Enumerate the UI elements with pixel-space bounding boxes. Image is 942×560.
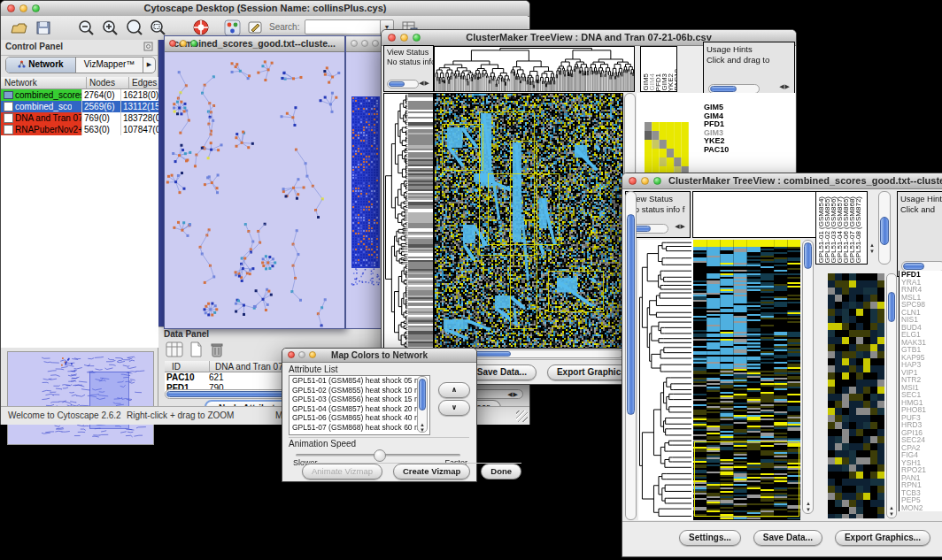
column-dendrogram-panel[interactable] [434,46,635,92]
network-table-row[interactable]: combined_sco 2569(6) 13112(15) [1,101,158,112]
similarity-matrix[interactable] [645,122,689,175]
close-button[interactable] [288,351,295,358]
close-button[interactable] [169,40,176,47]
open-session-icon[interactable] [10,19,28,37]
minimize-button[interactable] [19,4,27,12]
search-input[interactable] [305,19,382,35]
row-dendrogram-vscrollbar[interactable] [625,191,637,520]
main-window-title: Cytoscape Desktop (Session Name: collins… [144,3,387,13]
row-dendrogram-panel[interactable] [383,93,434,349]
treeview-combined-window: ClusterMaker TreeView : combined_scores_… [622,173,942,557]
animation-speed-group: Animation Speed Slower Faster [289,437,469,464]
minimize-button[interactable] [298,351,305,358]
treeview-combined-titlebar[interactable]: ClusterMaker TreeView : combined_scores_… [622,173,942,189]
zoom-fit-icon[interactable] [149,19,167,37]
close-button[interactable] [7,4,15,12]
float-panel-icon[interactable] [143,42,153,53]
gene-list: GIM5GIM4PFD1GIM3YKE2PAC10 [704,104,757,165]
row-dendrogram-panel[interactable] [638,240,694,520]
close-button[interactable] [629,177,637,185]
treeview-button[interactable]: Settings... [679,530,741,546]
zoom-out-icon[interactable] [77,19,96,37]
zoom-in-icon[interactable] [101,19,120,37]
attribute-list-item[interactable]: GPL51-06 (GSM865) heat shock 40 min [290,413,429,423]
zoom-button[interactable] [32,4,40,12]
gene-label[interactable]: MON2 [901,504,942,512]
network-canvas[interactable] [165,52,343,327]
save-session-icon[interactable] [35,19,53,37]
view-status-title: View Status [387,48,433,58]
column-dendrogram-panel[interactable] [692,191,817,238]
control-panel-tabs: Network VizMapper™ ▶ [5,57,156,73]
animation-speed-slider[interactable] [296,454,460,456]
dialog-button[interactable]: Done [481,464,521,479]
status-welcome: Welcome to Cytoscape 2.6.2 [8,410,121,420]
column-scroll-arrows[interactable]: ▲▼ [869,242,875,255]
main-window-resize-grip[interactable] [516,410,528,422]
delete-attribute-icon[interactable] [208,341,226,361]
minimize-button[interactable] [180,40,187,47]
attribute-list-item[interactable]: GPL51-02 (GSM855) heat shock 10 min [290,386,429,395]
attribute-list-item[interactable]: GPL51-04 (GSM857) heat shock 20 min [290,404,429,414]
slider-thumb[interactable] [374,449,386,462]
close-button[interactable] [388,34,396,42]
treeview-button[interactable]: Save Data... [467,364,537,380]
new-attribute-icon[interactable] [187,341,205,361]
zoom-button[interactable] [413,34,421,42]
network-view-2-titlebar[interactable] [346,36,385,52]
heatmap-vscrollbar[interactable]: ▲▼ [802,240,814,514]
treeview-combined-buttonbar: Settings...Save Data...Export Graphics..… [622,521,942,556]
birdseye-view[interactable] [7,351,154,445]
network-table-header: Network Nodes Edges [1,77,158,89]
minimize-button[interactable] [361,40,368,47]
tab-network[interactable]: Network [6,58,76,73]
attribute-list-item[interactable]: GPL51-07 (GSM868) heat shock 60 min [290,423,429,433]
map-colors-title: Map Colors to Network [331,350,428,360]
move-down-button[interactable]: ∨ [438,400,470,416]
select-attributes-icon[interactable] [166,341,183,361]
zoom-button[interactable] [309,351,316,358]
network-table: combined_scores 2764(0) 16218(0) combine… [1,89,158,348]
zoom-selected-icon[interactable] [125,19,143,37]
treeview-combined-title: ClusterMaker TreeView : combined_scores_… [668,175,942,186]
treeview-button[interactable]: Save Data... [753,530,822,546]
zoom-heatmap-vscrollbar[interactable]: ▲▼ [886,273,897,518]
dialog-button[interactable]: Create Vizmap [393,464,470,479]
network-table-row[interactable]: DNA and Tran 07 769(0) 183728(0) [1,112,158,124]
zoom-heatmap-panel[interactable] [828,273,884,518]
map-colors-titlebar[interactable]: Map Colors to Network [282,349,476,363]
close-button[interactable] [351,40,358,47]
heatmap-panel[interactable] [693,240,800,520]
network-view-title: combined_scores_good.txt--cluste... [174,38,336,49]
main-title-bar[interactable]: Cytoscape Desktop (Session Name: collins… [1,1,529,17]
zoom-button[interactable] [653,177,661,185]
treeview-button[interactable]: Export Graphics... [835,530,930,546]
zoom-button[interactable] [372,40,379,47]
view-status-text: No status info f [629,204,690,215]
heatmap-panel[interactable] [434,93,623,349]
gene-label[interactable]: PAC10 [704,146,757,155]
network-table-row[interactable]: combined_scores 2764(0) 16218(0) [1,89,158,101]
move-up-button[interactable]: ∧ [438,382,470,398]
tab-more-button[interactable]: ▶ [143,58,155,73]
control-panel: Control Panel Network VizMapper™ ▶ Netwo… [1,40,158,406]
treeview-dna-title: ClusterMaker TreeView : DNA and Tran 07-… [466,32,712,42]
network-table-row[interactable]: RNAPuberNov2+ 563(0) 107847(0) [1,124,158,135]
network-view-titlebar[interactable]: combined_scores_good.txt--cluste... [165,36,344,52]
minimize-button[interactable] [641,177,649,185]
help-lifering-icon[interactable] [192,19,211,37]
view-status-scrollbar[interactable] [387,80,419,88]
dialog-button[interactable]: Animate Vizmap [302,464,382,479]
usage-hints-text: Click and [900,204,942,215]
attribute-list-item[interactable]: GPL51-03 (GSM856) heat shock 15 min [290,395,429,404]
search-label: Search: [269,22,299,32]
map-colors-dialog: Map Colors to Network Attribute List GPL… [282,348,477,482]
minimize-button[interactable] [400,34,408,42]
zoom-button[interactable] [190,40,197,47]
tab-vizmapper[interactable]: VizMapper™ [76,58,143,73]
column-labels-scrollbar[interactable] [878,191,891,265]
attribute-list-scrollbar[interactable]: ▲▼ [417,376,428,433]
dense-network-canvas[interactable] [346,52,383,327]
dialog-buttons: Animate VizmapCreate VizmapDone [302,463,521,479]
attribute-list-item[interactable]: GPL51-01 (GSM854) heat shock 05 min [290,376,429,386]
